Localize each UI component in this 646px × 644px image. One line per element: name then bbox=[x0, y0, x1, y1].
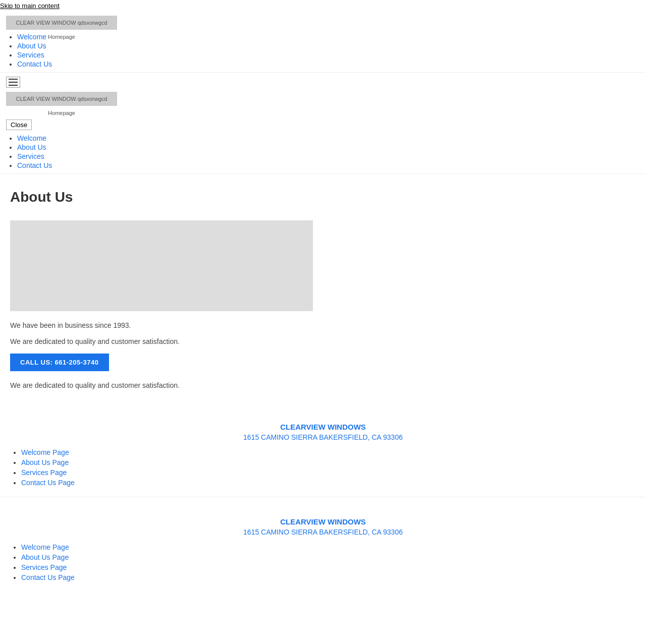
footer-2-item-welcome: Welcome Page bbox=[21, 543, 636, 551]
mobile-nav-link-about[interactable]: About Us bbox=[17, 143, 46, 151]
footer-1-item-contact: Contact Us Page bbox=[21, 479, 636, 487]
content-image bbox=[10, 220, 313, 311]
footer-divider bbox=[0, 497, 646, 497]
call-us-button[interactable]: CALL US: 661-205-3740 bbox=[10, 354, 109, 371]
mobile-nav-item-welcome: Welcome bbox=[17, 134, 640, 142]
mobile-site-logo: CLEAR VIEW WINDOW qdsxorwgcd Homepage bbox=[6, 92, 117, 106]
footer-2-company-name: CLEARVIEW WINDOWS bbox=[10, 517, 636, 526]
skip-to-main-link[interactable]: Skip to main content bbox=[0, 0, 646, 12]
footer-2-links: Welcome Page About Us Page Services Page… bbox=[10, 543, 636, 581]
mobile-nav-list: Welcome About Us Services Contact Us bbox=[6, 134, 640, 169]
about-para-2: We are dedicated to quality and customer… bbox=[10, 337, 636, 345]
footer-2-item-contact: Contact Us Page bbox=[21, 573, 636, 581]
footer-1-item-about: About Us Page bbox=[21, 458, 636, 466]
top-nav-item-welcome: Welcome bbox=[17, 33, 640, 41]
hamburger-line-2 bbox=[9, 82, 18, 83]
footer-1-company-name: CLEARVIEW WINDOWS bbox=[10, 423, 636, 431]
footer-1-item-services: Services Page bbox=[21, 469, 636, 477]
mobile-nav-section: CLEAR VIEW WINDOW qdsxorwgcd Homepage Cl… bbox=[0, 73, 646, 174]
hamburger-line-3 bbox=[9, 85, 18, 86]
footer-2: CLEARVIEW WINDOWS 1615 CAMINO SIERRA BAK… bbox=[0, 502, 646, 587]
top-nav-item-about: About Us bbox=[17, 42, 640, 50]
hamburger-button[interactable] bbox=[6, 77, 20, 88]
footer-1-link-contact[interactable]: Contact Us Page bbox=[21, 479, 75, 487]
mobile-nav-link-services[interactable]: Services bbox=[17, 152, 44, 160]
footer-1-address: 1615 CAMINO SIERRA BAKERSFIELD, CA 93306 bbox=[10, 433, 636, 441]
page-title: About Us bbox=[10, 189, 636, 205]
footer-1-link-about[interactable]: About Us Page bbox=[21, 458, 69, 466]
top-nav-link-services[interactable]: Services bbox=[17, 51, 44, 59]
top-nav-link-about[interactable]: About Us bbox=[17, 42, 46, 50]
footer-2-item-about: About Us Page bbox=[21, 553, 636, 561]
mobile-nav-link-welcome[interactable]: Welcome bbox=[17, 134, 46, 142]
footer-2-link-welcome[interactable]: Welcome Page bbox=[21, 543, 69, 551]
footer-2-address: 1615 CAMINO SIERRA BAKERSFIELD, CA 93306 bbox=[10, 528, 636, 536]
mobile-nav-item-contact: Contact Us bbox=[17, 161, 640, 169]
about-para-1: We have been in business since 1993. bbox=[10, 321, 636, 329]
footer-2-link-services[interactable]: Services Page bbox=[21, 563, 67, 571]
mobile-nav-item-about: About Us bbox=[17, 143, 640, 151]
top-nav-link-contact[interactable]: Contact Us bbox=[17, 60, 52, 68]
footer-2-item-services: Services Page bbox=[21, 563, 636, 571]
about-para-3: We are dedicated to quality and customer… bbox=[10, 381, 636, 389]
footer-1: CLEARVIEW WINDOWS 1615 CAMINO SIERRA BAK… bbox=[0, 407, 646, 492]
top-nav-list: Welcome About Us Services Contact Us bbox=[6, 33, 640, 68]
mobile-nav-item-services: Services bbox=[17, 152, 640, 160]
main-content: About Us We have been in business since … bbox=[0, 174, 646, 407]
hamburger-line-1 bbox=[9, 79, 18, 80]
footer-1-link-welcome[interactable]: Welcome Page bbox=[21, 448, 69, 456]
top-nav-link-welcome[interactable]: Welcome bbox=[17, 33, 46, 41]
footer-1-item-welcome: Welcome Page bbox=[21, 448, 636, 456]
top-nav-item-contact: Contact Us bbox=[17, 60, 640, 68]
footer-2-link-contact[interactable]: Contact Us Page bbox=[21, 573, 75, 581]
footer-1-links: Welcome Page About Us Page Services Page… bbox=[10, 448, 636, 487]
site-logo: CLEAR VIEW WINDOW qdsxorwgcd Homepage bbox=[6, 16, 117, 30]
footer-1-link-services[interactable]: Services Page bbox=[21, 469, 67, 477]
mobile-nav-link-contact[interactable]: Contact Us bbox=[17, 161, 52, 169]
close-button[interactable]: Close bbox=[6, 120, 32, 130]
top-nav: CLEAR VIEW WINDOW qdsxorwgcd Homepage We… bbox=[0, 12, 646, 73]
top-nav-item-services: Services bbox=[17, 51, 640, 59]
mobile-logo-area: CLEAR VIEW WINDOW qdsxorwgcd Homepage bbox=[6, 92, 640, 116]
footer-2-link-about[interactable]: About Us Page bbox=[21, 553, 69, 561]
top-nav-logo-area: CLEAR VIEW WINDOW qdsxorwgcd Homepage bbox=[6, 16, 640, 30]
